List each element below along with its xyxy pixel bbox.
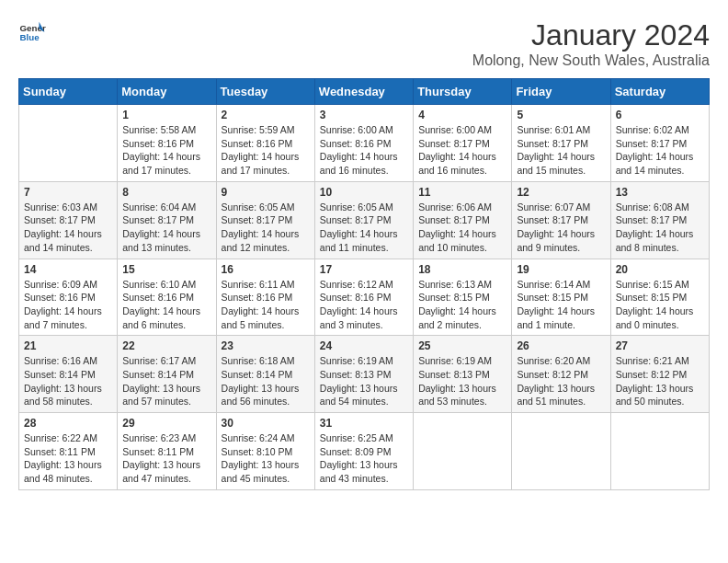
title-section: January 2024 Molong, New South Wales, Au… [472, 18, 710, 69]
day-number: 28 [24, 417, 112, 430]
day-info: Sunrise: 6:02 AM Sunset: 8:17 PM Dayligh… [616, 123, 704, 178]
day-info: Sunrise: 6:03 AM Sunset: 8:17 PM Dayligh… [24, 201, 112, 255]
calendar-week-row: 14Sunrise: 6:09 AM Sunset: 8:16 PM Dayli… [19, 259, 710, 336]
day-number: 23 [222, 339, 310, 352]
day-number: 16 [222, 263, 310, 276]
table-row [610, 413, 709, 490]
day-number: 14 [24, 263, 112, 276]
day-info: Sunrise: 6:23 AM Sunset: 8:11 PM Dayligh… [122, 431, 210, 486]
table-row: 1Sunrise: 5:58 AM Sunset: 8:16 PM Daylig… [118, 105, 216, 182]
day-number: 8 [122, 186, 210, 199]
weekday-header-row: Sunday Monday Tuesday Wednesday Thursday… [19, 79, 710, 105]
calendar-title: January 2024 [472, 18, 710, 52]
table-row: 14Sunrise: 6:09 AM Sunset: 8:16 PM Dayli… [19, 259, 118, 336]
table-row: 19Sunrise: 6:14 AM Sunset: 8:15 PM Dayli… [512, 259, 610, 336]
day-number: 6 [616, 109, 704, 121]
day-info: Sunrise: 5:58 AM Sunset: 8:16 PM Dayligh… [122, 123, 210, 178]
day-number: 17 [320, 263, 408, 276]
calendar-week-row: 7Sunrise: 6:03 AM Sunset: 8:17 PM Daylig… [19, 181, 710, 259]
table-row: 16Sunrise: 6:11 AM Sunset: 8:16 PM Dayli… [216, 259, 314, 336]
logo-icon: General Blue [18, 18, 46, 46]
calendar-subtitle: Molong, New South Wales, Australia [472, 52, 710, 69]
table-row: 11Sunrise: 6:06 AM Sunset: 8:17 PM Dayli… [414, 181, 512, 259]
header-thursday: Thursday [414, 79, 512, 105]
day-number: 3 [320, 109, 408, 121]
day-info: Sunrise: 6:04 AM Sunset: 8:17 PM Dayligh… [122, 201, 210, 255]
header-saturday: Saturday [610, 79, 709, 105]
day-info: Sunrise: 6:05 AM Sunset: 8:17 PM Dayligh… [320, 201, 408, 255]
day-number: 21 [24, 339, 112, 352]
table-row: 4Sunrise: 6:00 AM Sunset: 8:17 PM Daylig… [414, 105, 512, 182]
day-number: 5 [517, 109, 605, 121]
table-row: 17Sunrise: 6:12 AM Sunset: 8:16 PM Dayli… [314, 259, 413, 336]
day-number: 24 [320, 339, 408, 352]
day-number: 12 [517, 186, 605, 199]
day-info: Sunrise: 6:17 AM Sunset: 8:14 PM Dayligh… [122, 354, 210, 408]
day-number: 22 [122, 339, 210, 352]
day-info: Sunrise: 6:12 AM Sunset: 8:16 PM Dayligh… [320, 278, 408, 332]
day-info: Sunrise: 6:06 AM Sunset: 8:17 PM Dayligh… [418, 201, 506, 255]
day-number: 10 [320, 186, 408, 199]
day-info: Sunrise: 6:25 AM Sunset: 8:09 PM Dayligh… [320, 431, 408, 486]
day-number: 2 [222, 109, 310, 121]
table-row: 23Sunrise: 6:18 AM Sunset: 8:14 PM Dayli… [216, 336, 314, 413]
table-row: 25Sunrise: 6:19 AM Sunset: 8:13 PM Dayli… [414, 336, 512, 413]
day-info: Sunrise: 6:16 AM Sunset: 8:14 PM Dayligh… [24, 354, 112, 408]
day-number: 30 [222, 417, 310, 430]
table-row: 8Sunrise: 6:04 AM Sunset: 8:17 PM Daylig… [118, 181, 216, 259]
table-row: 29Sunrise: 6:23 AM Sunset: 8:11 PM Dayli… [118, 413, 216, 490]
day-number: 1 [122, 109, 210, 121]
table-row: 31Sunrise: 6:25 AM Sunset: 8:09 PM Dayli… [314, 413, 413, 490]
table-row: 28Sunrise: 6:22 AM Sunset: 8:11 PM Dayli… [19, 413, 118, 490]
table-row: 13Sunrise: 6:08 AM Sunset: 8:17 PM Dayli… [610, 181, 709, 259]
day-info: Sunrise: 6:07 AM Sunset: 8:17 PM Dayligh… [517, 201, 605, 255]
table-row [19, 105, 118, 182]
table-row: 3Sunrise: 6:00 AM Sunset: 8:16 PM Daylig… [314, 105, 413, 182]
logo: General Blue [18, 18, 46, 46]
table-row: 6Sunrise: 6:02 AM Sunset: 8:17 PM Daylig… [610, 105, 709, 182]
table-row: 5Sunrise: 6:01 AM Sunset: 8:17 PM Daylig… [512, 105, 610, 182]
day-info: Sunrise: 6:05 AM Sunset: 8:17 PM Dayligh… [222, 201, 310, 255]
table-row: 24Sunrise: 6:19 AM Sunset: 8:13 PM Dayli… [314, 336, 413, 413]
calendar-week-row: 1Sunrise: 5:58 AM Sunset: 8:16 PM Daylig… [19, 105, 710, 182]
day-number: 26 [517, 339, 605, 352]
table-row: 12Sunrise: 6:07 AM Sunset: 8:17 PM Dayli… [512, 181, 610, 259]
header-monday: Monday [118, 79, 216, 105]
day-info: Sunrise: 6:11 AM Sunset: 8:16 PM Dayligh… [222, 278, 310, 332]
table-row: 27Sunrise: 6:21 AM Sunset: 8:12 PM Dayli… [610, 336, 709, 413]
day-info: Sunrise: 6:18 AM Sunset: 8:14 PM Dayligh… [222, 354, 310, 408]
day-number: 7 [24, 186, 112, 199]
table-row: 26Sunrise: 6:20 AM Sunset: 8:12 PM Dayli… [512, 336, 610, 413]
day-info: Sunrise: 6:22 AM Sunset: 8:11 PM Dayligh… [24, 431, 112, 486]
day-number: 4 [418, 109, 506, 121]
day-info: Sunrise: 6:00 AM Sunset: 8:17 PM Dayligh… [418, 123, 506, 178]
day-info: Sunrise: 6:20 AM Sunset: 8:12 PM Dayligh… [517, 354, 605, 408]
day-info: Sunrise: 6:21 AM Sunset: 8:12 PM Dayligh… [616, 354, 704, 408]
day-number: 19 [517, 263, 605, 276]
table-row: 20Sunrise: 6:15 AM Sunset: 8:15 PM Dayli… [610, 259, 709, 336]
day-info: Sunrise: 5:59 AM Sunset: 8:16 PM Dayligh… [222, 123, 310, 178]
day-info: Sunrise: 6:13 AM Sunset: 8:15 PM Dayligh… [418, 278, 506, 332]
table-row: 22Sunrise: 6:17 AM Sunset: 8:14 PM Dayli… [118, 336, 216, 413]
svg-text:Blue: Blue [20, 32, 40, 42]
day-info: Sunrise: 6:08 AM Sunset: 8:17 PM Dayligh… [616, 201, 704, 255]
table-row: 15Sunrise: 6:10 AM Sunset: 8:16 PM Dayli… [118, 259, 216, 336]
day-info: Sunrise: 6:19 AM Sunset: 8:13 PM Dayligh… [320, 354, 408, 408]
day-info: Sunrise: 6:00 AM Sunset: 8:16 PM Dayligh… [320, 123, 408, 178]
table-row [512, 413, 610, 490]
day-info: Sunrise: 6:09 AM Sunset: 8:16 PM Dayligh… [24, 278, 112, 332]
table-row: 10Sunrise: 6:05 AM Sunset: 8:17 PM Dayli… [314, 181, 413, 259]
header: General Blue January 2024 Molong, New So… [18, 18, 710, 69]
header-tuesday: Tuesday [216, 79, 314, 105]
calendar-week-row: 21Sunrise: 6:16 AM Sunset: 8:14 PM Dayli… [19, 336, 710, 413]
table-row [414, 413, 512, 490]
day-number: 27 [616, 339, 704, 352]
table-row: 2Sunrise: 5:59 AM Sunset: 8:16 PM Daylig… [216, 105, 314, 182]
day-number: 18 [418, 263, 506, 276]
calendar-table: Sunday Monday Tuesday Wednesday Thursday… [18, 78, 710, 490]
table-row: 30Sunrise: 6:24 AM Sunset: 8:10 PM Dayli… [216, 413, 314, 490]
day-number: 15 [122, 263, 210, 276]
table-row: 18Sunrise: 6:13 AM Sunset: 8:15 PM Dayli… [414, 259, 512, 336]
day-info: Sunrise: 6:24 AM Sunset: 8:10 PM Dayligh… [222, 431, 310, 486]
header-sunday: Sunday [19, 79, 118, 105]
